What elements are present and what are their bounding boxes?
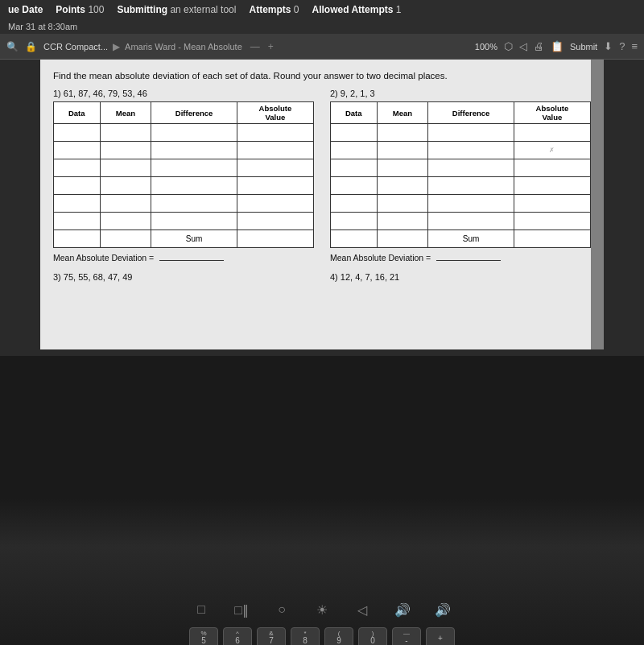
col-diff-1: Difference: [151, 102, 237, 124]
top-bar: ue Date Points 100 Submitting an externa…: [0, 0, 644, 19]
col-abs-1: AbsoluteValue: [237, 102, 313, 124]
key-plus[interactable]: +: [426, 627, 455, 645]
help-icon: ?: [619, 40, 625, 52]
mad-1: Mean Absolute Deviation =: [53, 253, 314, 263]
key-minus[interactable]: — -: [392, 627, 421, 645]
sum-label-1: Sum: [151, 230, 237, 248]
mad-2: Mean Absolute Deviation =: [330, 253, 591, 263]
tab-area: CCR Compact... ▶ Amaris Ward - Mean Abso…: [43, 41, 469, 52]
problem-1: 1) 61, 87, 46, 79, 53, 46 Data Mean Diff…: [53, 89, 314, 263]
key-amp-7[interactable]: & 7: [257, 627, 286, 645]
problem-4-label: 4) 12, 4, 7, 16, 21: [330, 272, 591, 282]
problem-4: 4) 12, 4, 7, 16, 21: [330, 272, 591, 285]
fn-icon-volume2: 🔊: [431, 602, 455, 618]
tab-plus: +: [268, 41, 274, 52]
problem-2-label: 2) 9, 2, 1, 3: [330, 89, 591, 98]
fn-icon-circle: ○: [270, 602, 294, 618]
browser-controls: 100% ⬡ ◁ 🖨 📋 Submit ⬇ ? ≡: [475, 40, 638, 52]
icon1: ⬡: [504, 40, 513, 52]
fn-icon-square: □: [189, 602, 213, 618]
col-mean-2: Mean: [377, 102, 428, 124]
keyboard-row-numbers: % 5 ^ 6 & 7 * 8: [189, 627, 455, 645]
due-date-label: ue Date: [8, 4, 43, 15]
allowed-attempts-label: Allowed Attempts 1: [312, 4, 402, 15]
problem-2-table: Data Mean Difference AbsoluteValue ✗: [330, 101, 591, 248]
page-title-tab: Amaris Ward - Mean Absolute: [125, 42, 242, 52]
problems-row-3-4: 3) 75, 55, 68, 47, 49 4) 12, 4, 7, 16, 2…: [53, 272, 591, 285]
attempts-label: Attempts 0: [249, 4, 299, 15]
dark-gap: [0, 356, 644, 369]
fn-icon-back: ◁: [350, 602, 374, 618]
key-rparen-0[interactable]: ) 0: [358, 627, 387, 645]
zoom-level[interactable]: 100%: [475, 42, 497, 52]
col-data-1: Data: [54, 102, 101, 124]
table-row: [54, 159, 314, 177]
worksheet-container: Find the mean absolute deviation of each…: [40, 60, 604, 349]
table-row: [331, 213, 591, 230]
right-shadow: [591, 60, 604, 349]
mad-1-value[interactable]: [159, 260, 224, 261]
table-row: [54, 213, 314, 230]
worksheet-instructions: Find the mean absolute deviation of each…: [53, 69, 591, 82]
fn-icon-square-line: □‖: [229, 602, 254, 618]
mad-2-value[interactable]: [436, 260, 501, 261]
problems-row: 1) 61, 87, 46, 79, 53, 46 Data Mean Diff…: [53, 89, 591, 263]
fn-icon-sun: ☀: [310, 602, 334, 618]
col-data-2: Data: [331, 102, 378, 124]
col-abs-2: AbsoluteValue: [514, 102, 590, 124]
table-row: [331, 177, 591, 195]
table-row: ✗: [331, 142, 591, 159]
problem-2: 2) 9, 2, 1, 3 Data Mean Difference Absol…: [330, 89, 591, 263]
browser-bar: 🔍 🔒 CCR Compact... ▶ Amaris Ward - Mean …: [0, 34, 644, 60]
problem-3-label: 3) 75, 55, 68, 47, 49: [53, 272, 314, 282]
key-star-8[interactable]: * 8: [291, 627, 320, 645]
sum-label-2: Sum: [428, 230, 514, 248]
laptop-screen: ✏ 🎨 14 ▼ Find the mean absolute deviatio…: [0, 60, 644, 645]
keyboard-area: □ □‖ ○ ☀ ◁ 🔊 🔊 % 5 ^ 6: [0, 498, 644, 645]
site-name: CCR Compact...: [43, 42, 108, 52]
table-row: [54, 195, 314, 213]
arrow-icon: ▶: [113, 41, 120, 52]
search-icon: 🔍: [6, 41, 19, 52]
key-lparen-9[interactable]: ( 9: [324, 627, 353, 645]
key-caret-6[interactable]: ^ 6: [223, 627, 252, 645]
col-diff-2: Difference: [428, 102, 514, 124]
fn-icon-volume: 🔊: [390, 602, 415, 618]
lock-icon: 🔒: [25, 41, 37, 52]
submitting-label: Submitting an external tool: [117, 4, 236, 15]
share-icon: ◁: [519, 40, 527, 52]
points-label: Points 100: [56, 4, 104, 15]
table-row: [331, 124, 591, 142]
table-row: [54, 177, 314, 195]
col-mean-1: Mean: [100, 102, 151, 124]
menu-icon: ≡: [631, 40, 638, 52]
tab-minus: —: [250, 41, 260, 52]
table-row: [331, 195, 591, 213]
table-row: [331, 159, 591, 177]
print-icon: 🖨: [534, 40, 544, 52]
problem-3: 3) 75, 55, 68, 47, 49: [53, 272, 314, 285]
fn-row: □ □‖ ○ ☀ ◁ 🔊 🔊: [189, 602, 455, 618]
sum-row-1: Sum: [54, 230, 314, 248]
worksheet-wrapper: Find the mean absolute deviation of each…: [0, 60, 644, 356]
submit-button[interactable]: Submit: [570, 42, 597, 52]
clipboard-icon: 📋: [551, 40, 564, 52]
table-row: [54, 142, 314, 159]
problem-1-label: 1) 61, 87, 46, 79, 53, 46: [53, 89, 314, 98]
key-percent-5[interactable]: % 5: [189, 627, 218, 645]
problem-1-table: Data Mean Difference AbsoluteValue: [53, 101, 314, 248]
download-icon: ⬇: [604, 40, 613, 52]
sum-row-2: Sum: [331, 230, 591, 248]
due-date-value: Mar 31 at 8:30am: [8, 22, 77, 31]
table-row: [54, 124, 314, 142]
